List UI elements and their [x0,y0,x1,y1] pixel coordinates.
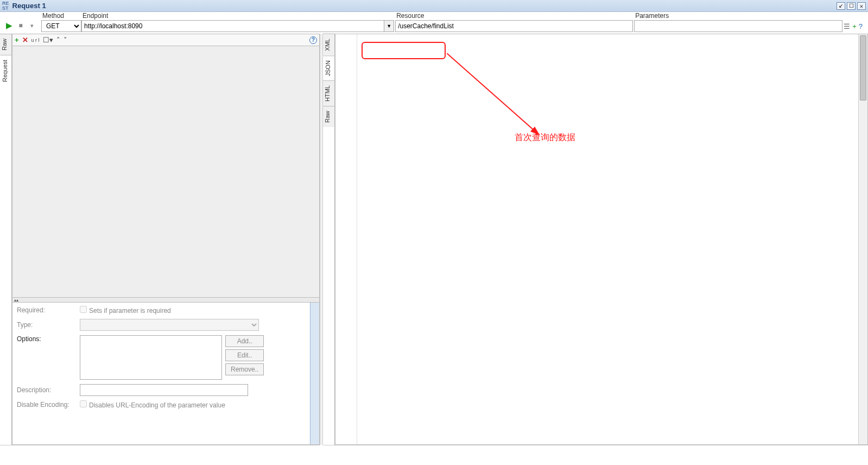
options-label: Options: [17,335,75,343]
type-label: Type: [17,321,75,329]
right-vtab-raw[interactable]: Raw [323,106,334,127]
disable-encoding-label: Disable Encoding: [17,401,75,409]
description-input[interactable] [80,384,248,396]
minimize-icon[interactable]: ↙ [837,2,845,10]
response-scrollbar[interactable] [858,34,867,444]
options-list[interactable] [80,335,222,380]
response-code-area[interactable]: 首次查询的数据 [335,34,867,444]
type-select[interactable] [80,319,259,331]
resource-label: Resource [395,12,633,20]
parameters-label: Parameters [634,12,842,20]
method-select[interactable]: GET [41,20,81,32]
rest-icon: REST [2,1,9,11]
left-vtab-raw[interactable]: Raw [0,34,11,55]
left-vertical-tabs: Raw Request [0,34,12,445]
collapse-bar[interactable]: ▴▴ [12,297,319,303]
resource-input[interactable] [395,20,633,32]
fields-row: ▶ ■ ▾ Method GET Endpoint ▼ Resource Par… [0,12,868,34]
run-icon[interactable]: ▶ [4,21,14,30]
disable-encoding-checkbox[interactable] [80,400,87,407]
title-bar: REST Request 1 ↙ ☐ ⨉ [0,0,868,12]
method-field: Method GET [41,12,81,32]
endpoint-dropdown-icon[interactable]: ▼ [384,20,394,32]
code-content[interactable] [357,34,858,444]
response-panel: XML JSON HTML Raw 首次查询的数据 [323,34,868,445]
right-vtab-xml[interactable]: XML [323,34,334,55]
add-param-icon[interactable]: + [15,36,19,44]
close-icon[interactable]: ⨉ [857,2,866,10]
url-encode-icon[interactable]: u r l [31,37,40,43]
param-help-icon[interactable]: ? [309,36,317,44]
description-label: Description: [17,386,75,394]
right-vtab-html[interactable]: HTML [323,80,334,106]
move-up-icon[interactable]: ˄ [56,36,60,44]
down-icon[interactable]: ▾ [27,21,37,30]
main: Raw Request + ✕ u r l ☐▾ ˄ ˅ ? ▴▴ Requir… [0,34,868,445]
right-vertical-tabs: XML JSON HTML Raw [323,34,335,445]
resource-field: Resource [395,12,633,32]
bottom-left-tabs [0,445,320,458]
props-scrollbar[interactable] [310,303,319,444]
add-icon[interactable]: + [852,22,857,30]
parameters-field: Parameters [634,12,842,32]
parameters-input[interactable] [634,20,842,32]
endpoint-field: Endpoint ▼ [81,12,394,32]
options-add-button[interactable]: Add.. [225,335,264,347]
right-vtab-json[interactable]: JSON [323,55,334,80]
options-remove-button[interactable]: Remove.. [225,363,264,375]
param-toolbar: + ✕ u r l ☐▾ ˄ ˅ ? [12,34,319,46]
left-vtab-request[interactable]: Request [0,55,11,86]
help-icon[interactable]: ? [859,22,863,30]
window-title: Request 1 [12,2,837,10]
bottom-right-tabs [323,445,868,458]
properties-panel: Required: Sets if parameter is required … [12,303,319,444]
method-label: Method [41,12,81,20]
bottom-tabs [0,445,868,458]
param-table[interactable] [12,46,319,297]
param-settings-icon[interactable]: ☐▾ [43,36,53,44]
stop-icon[interactable]: ■ [16,21,26,30]
endpoint-input[interactable] [81,20,384,32]
required-label: Required: [17,306,75,314]
remove-param-icon[interactable]: ✕ [22,36,28,44]
maximize-icon[interactable]: ☐ [847,2,856,10]
line-gutter [335,34,357,444]
disable-encoding-checkbox-label: Disables URL-Encoding of the parameter v… [80,400,225,409]
window-buttons: ↙ ☐ ⨉ [837,2,866,10]
request-panel: Raw Request + ✕ u r l ☐▾ ˄ ˅ ? ▴▴ Requir… [0,34,320,445]
options-edit-button[interactable]: Edit.. [225,349,264,361]
required-checkbox-label: Sets if parameter is required [80,306,171,315]
filter-icon[interactable]: ☰ [844,22,850,30]
move-down-icon[interactable]: ˅ [64,36,67,44]
required-checkbox[interactable] [80,306,87,313]
endpoint-label: Endpoint [81,12,394,20]
